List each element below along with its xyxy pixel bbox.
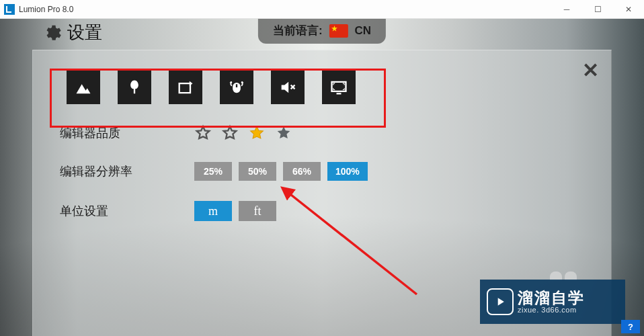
- unit-buttons: m ft: [194, 201, 276, 221]
- close-window-button[interactable]: ✕: [613, 0, 644, 19]
- tab-tablet[interactable]: [169, 71, 202, 104]
- star-2[interactable]: [221, 124, 239, 142]
- unit-m[interactable]: m: [194, 201, 232, 221]
- star-1[interactable]: [194, 124, 212, 142]
- brand-main: 溜溜自学: [518, 290, 585, 306]
- resolution-label: 编辑器分辨率: [60, 163, 194, 179]
- language-selector[interactable]: 当前语言: CN: [258, 19, 386, 44]
- brand-watermark: 溜溜自学 zixue. 3d66.com: [480, 280, 625, 324]
- resolution-66[interactable]: 66%: [283, 162, 321, 181]
- help-button[interactable]: ?: [621, 320, 640, 333]
- window-titlebar: Lumion Pro 8.0 ─ ☐ ✕: [0, 0, 644, 19]
- tab-tree[interactable]: [118, 71, 151, 104]
- unit-ft[interactable]: ft: [239, 201, 276, 221]
- language-code: CN: [355, 24, 372, 38]
- brand-sub: zixue. 3d66.com: [518, 306, 585, 314]
- close-panel-button[interactable]: ✕: [582, 58, 599, 82]
- units-label: 单位设置: [60, 203, 194, 219]
- resolution-row: 编辑器分辨率 25% 50% 66% 100%: [60, 162, 584, 181]
- window-controls: ─ ☐ ✕: [551, 0, 644, 19]
- scene-background: 设置 当前语言: CN ✕: [0, 19, 644, 336]
- resolution-25[interactable]: 25%: [194, 162, 232, 181]
- star-3[interactable]: [248, 124, 266, 142]
- page-title: 设置: [42, 21, 102, 44]
- resolution-100[interactable]: 100%: [327, 162, 368, 181]
- tab-mute[interactable]: [271, 71, 305, 104]
- tab-display[interactable]: [322, 71, 356, 104]
- star-4[interactable]: [275, 124, 292, 142]
- maximize-button[interactable]: ☐: [582, 0, 613, 19]
- language-label: 当前语言:: [273, 23, 323, 38]
- tab-tiles: [67, 71, 584, 104]
- quality-row: 编辑器品质: [60, 124, 584, 142]
- resolution-buttons: 25% 50% 66% 100%: [194, 162, 368, 181]
- window-title: Lumion Pro 8.0: [19, 5, 73, 14]
- quality-label: 编辑器品质: [60, 125, 194, 141]
- tab-mouse-rotate[interactable]: [220, 71, 253, 104]
- flag-icon: [329, 24, 348, 38]
- quality-stars: [194, 124, 292, 142]
- units-row: 单位设置 m ft: [60, 201, 584, 221]
- play-icon: [487, 288, 514, 315]
- resolution-50[interactable]: 50%: [239, 162, 276, 181]
- minimize-button[interactable]: ─: [551, 0, 582, 19]
- app-icon: [4, 4, 15, 15]
- tab-landscape[interactable]: [67, 71, 100, 104]
